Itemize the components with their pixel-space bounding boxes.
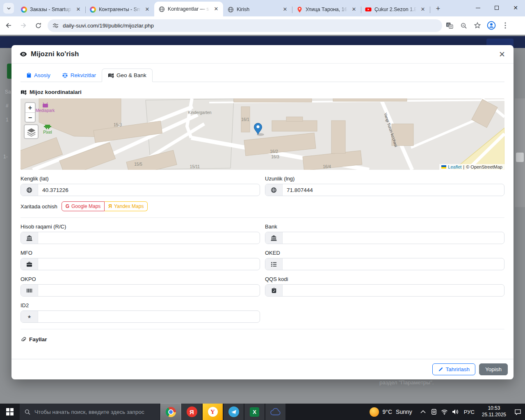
google-maps-button[interactable]: G Google Maps — [62, 201, 105, 211]
map-label: 16/3 — [271, 155, 279, 159]
oked-input[interactable] — [283, 258, 504, 270]
search-icon — [25, 409, 30, 415]
map-label: 16/4 — [323, 164, 331, 169]
tab-ulitsa-tarona[interactable]: Улица Тарона, 16/ ✕ — [292, 2, 361, 16]
field-label: OKED — [265, 250, 504, 256]
start-button[interactable] — [0, 404, 20, 420]
field-label: Kenglik (lat) — [21, 176, 260, 182]
bookmark-star-icon[interactable] — [471, 19, 484, 32]
tab-label: Rekvizitlar — [71, 72, 96, 78]
eye-icon — [20, 50, 27, 58]
taskbar-search-input[interactable] — [34, 409, 155, 415]
taskbar-telegram[interactable] — [224, 404, 244, 420]
new-tab-button[interactable]: + — [432, 3, 444, 14]
tab-close-icon[interactable]: ✕ — [350, 6, 358, 13]
okpo-input[interactable] — [38, 285, 260, 296]
clock[interactable]: 10:53 25.11.2025 — [478, 405, 510, 418]
notifications-icon[interactable] — [510, 409, 525, 415]
weather-widget[interactable]: 9°C Sunny — [364, 407, 418, 417]
tab-asosiy[interactable]: Asosiy — [21, 68, 56, 82]
map-label: 16/2 — [270, 149, 278, 154]
map-pin-favicon-icon — [296, 6, 303, 13]
address-bar[interactable]: daily-suvi.com/19l/public/mijozlar.php — [48, 19, 442, 32]
bank-input[interactable] — [283, 232, 504, 244]
globe-favicon-icon — [158, 6, 165, 12]
field-label: Bank — [265, 224, 504, 230]
youtube-favicon-icon — [365, 6, 372, 13]
map-zoom-control: + − — [25, 102, 36, 123]
tab-rekvizitlar[interactable]: Rekvizitlar — [56, 68, 102, 82]
taskbar-chrome[interactable] — [161, 404, 181, 420]
reload-button[interactable] — [32, 19, 44, 32]
account-number-input[interactable] — [38, 232, 260, 244]
map-canvas[interactable]: Kindergarten 15-3 15/5 15/11 16/1 16/2 1… — [21, 98, 504, 170]
date: 25.11.2025 — [482, 412, 506, 418]
zoom-icon[interactable] — [457, 19, 470, 32]
field-label: Uzunlik (lng) — [265, 176, 504, 182]
smartup-favicon-icon — [21, 6, 27, 13]
tab-kontragenty[interactable]: Контрагенты - Sm ✕ — [85, 2, 154, 16]
tab-close-icon[interactable]: ✕ — [281, 6, 289, 13]
back-button[interactable] — [2, 19, 15, 32]
menu-kebab-icon[interactable] — [499, 19, 512, 32]
volume-icon[interactable] — [450, 409, 461, 415]
cloud-icon — [270, 408, 281, 415]
zoom-in-button[interactable]: + — [25, 103, 35, 112]
tab-title: Заказы - Smartup — [30, 7, 72, 12]
translate-icon[interactable]: G — [443, 19, 456, 32]
telegram-icon — [228, 406, 239, 417]
tab-search-button[interactable] — [3, 3, 14, 14]
window-close-button[interactable]: ✕ — [506, 0, 525, 16]
maximize-button[interactable] — [487, 0, 506, 16]
profile-avatar[interactable] — [485, 19, 498, 32]
tab-close-icon[interactable]: ✕ — [419, 6, 427, 13]
windows-logo-icon — [6, 408, 14, 415]
excel-icon: X — [250, 407, 259, 417]
latitude-input[interactable] — [38, 184, 260, 196]
taskbar-search[interactable] — [20, 404, 160, 420]
minimize-button[interactable] — [468, 0, 487, 16]
tray-expand-chevron-icon[interactable] — [418, 410, 429, 413]
chrome-icon — [166, 407, 176, 417]
modal-close-icon[interactable]: ✕ — [499, 50, 505, 58]
id2-input[interactable] — [38, 311, 260, 322]
tray-device-icon[interactable] — [429, 409, 439, 415]
qqs-input[interactable] — [283, 285, 504, 296]
longitude-input[interactable] — [283, 184, 504, 196]
dimmed-text: 1- — [3, 154, 8, 160]
barcode-icon — [21, 285, 38, 296]
tab-close-icon[interactable]: ✕ — [144, 6, 151, 13]
taskbar-cloud[interactable] — [265, 404, 285, 420]
tab-cukur[interactable]: Çukur 2.Sezon 1.Bö ✕ — [361, 2, 430, 16]
language-indicator[interactable]: РУС — [461, 409, 478, 415]
globe-favicon-icon — [227, 6, 234, 13]
tab-kontragentlar-active[interactable]: Kontragentlar — si ✕ — [154, 2, 223, 16]
leaflet-map[interactable]: Kindergarten 15-3 15/5 15/11 16/1 16/2 1… — [21, 98, 504, 170]
yandex-maps-button[interactable]: Я Yandex Maps — [105, 201, 148, 211]
yandex-ya-icon: Я — [108, 203, 112, 209]
close-modal-button[interactable]: Yopish — [479, 363, 508, 375]
edit-button[interactable]: Tahrirlash — [432, 363, 475, 375]
tab-close-icon[interactable]: ✕ — [212, 5, 220, 13]
tab-zakazy[interactable]: Заказы - Smartup ✕ — [16, 2, 85, 16]
site-settings-icon[interactable] — [52, 23, 59, 29]
scale-icon — [62, 72, 68, 78]
map-layers-control[interactable] — [24, 124, 39, 139]
wifi-icon[interactable] — [439, 409, 450, 415]
taskbar-excel[interactable]: X — [244, 404, 265, 420]
tab-geo-bank[interactable]: Geo & Bank — [102, 68, 153, 82]
smartup-favicon-icon — [89, 6, 96, 13]
mfo-input[interactable] — [38, 258, 260, 270]
divider — [21, 329, 504, 329]
leaflet-link[interactable]: Leaflet — [448, 164, 461, 169]
ukraine-flag-icon — [441, 165, 446, 169]
tab-kirish[interactable]: Kirish ✕ — [223, 2, 292, 16]
zoom-out-button[interactable]: − — [25, 112, 35, 122]
taskbar-yandex[interactable]: Я — [182, 404, 202, 420]
tab-close-icon[interactable]: ✕ — [75, 6, 82, 13]
url-text[interactable]: daily-suvi.com/19l/public/mijozlar.php — [63, 23, 154, 29]
taskbar-yandex-browser[interactable]: Y — [203, 404, 223, 420]
field-oked: OKED — [265, 250, 504, 270]
tab-title: Контрагенты - Sm — [99, 7, 141, 12]
forward-button[interactable] — [17, 19, 30, 32]
